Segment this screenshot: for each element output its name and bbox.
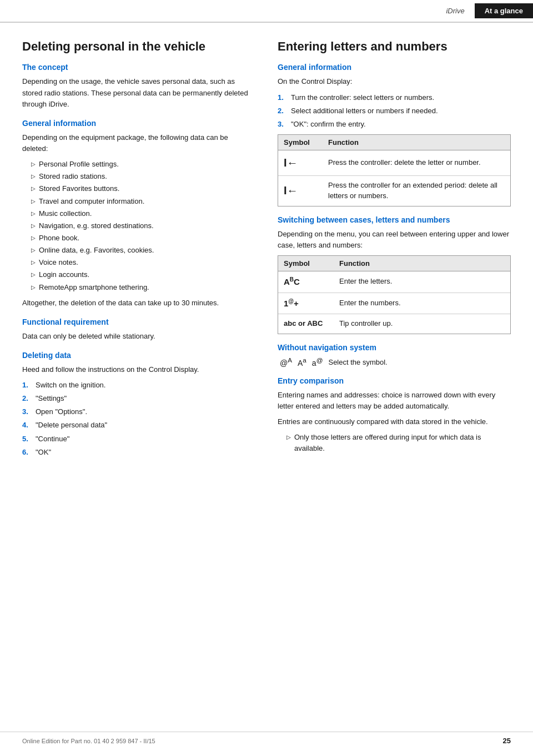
table-row: I← Press the controller for an extended … [278, 176, 510, 206]
general-info-intro-left: Depending on the equipment package, the … [22, 132, 255, 154]
table2-header: Symbol Function [278, 256, 510, 271]
general-info-heading-right: General information [278, 63, 511, 72]
table-row: 1@+ Enter the numbers. [278, 293, 510, 315]
general-info-intro-right: On the Control Display: [278, 76, 511, 87]
header-tab-at-a-glance[interactable]: At a glance [475, 3, 533, 18]
list-item: 1.Turn the controller: select letters or… [278, 92, 511, 103]
general-info-heading-left: General information [22, 119, 255, 128]
list-item: RemoteApp smartphone tethering. [31, 282, 255, 293]
function-numbers: Enter the numbers. [339, 298, 505, 309]
list-item: 4."Delete personal data" [22, 420, 255, 431]
list-item: 1.Switch on the ignition. [22, 380, 255, 391]
header-tabs: iDrive At a glance [436, 3, 533, 18]
general-info-note: Altogether, the deletion of the data can… [22, 298, 255, 309]
table2-col1-header: Symbol [284, 259, 339, 268]
deleting-data-steps: 1.Switch on the ignition.2."Settings"3.O… [22, 380, 255, 458]
right-section-title: Entering letters and numbers [278, 39, 511, 54]
general-info-list: Personal Profile settings.Stored radio s… [22, 159, 255, 293]
functional-req-text: Data can only be deleted while stationar… [22, 331, 255, 342]
list-item: Online data, e.g. Favorites, cookies. [31, 245, 255, 256]
list-item: 2."Settings" [22, 393, 255, 404]
concept-heading: The concept [22, 63, 255, 72]
list-item: 3.Open "Options". [22, 406, 255, 417]
symbol-function-table2: Symbol Function ABC Enter the letters. 1… [278, 255, 511, 334]
content-area: Deleting personal in the vehicle The con… [0, 23, 533, 496]
list-item: Phone book. [31, 233, 255, 244]
table1-header: Symbol Function [278, 135, 510, 150]
list-item: Login accounts. [31, 269, 255, 280]
list-item: Voice notes. [31, 257, 255, 268]
table2-col2-header: Function [339, 259, 505, 268]
table-row: I← Press the controller: delete the lett… [278, 150, 510, 176]
symbol-num: 1@+ [284, 298, 339, 310]
delete-function-1: Press the controller: delete the letter … [328, 158, 505, 168]
list-item: Travel and computer information. [31, 196, 255, 207]
general-info-steps: 1.Turn the controller: select letters or… [278, 92, 511, 130]
left-column: Deleting personal in the vehicle The con… [22, 39, 255, 462]
list-item: Personal Profile settings. [31, 159, 255, 170]
entry-comparison-list: Only those letters are offered during in… [278, 432, 511, 454]
left-section-title: Deleting personal in the vehicle [22, 39, 255, 54]
functional-req-heading: Functional requirement [22, 317, 255, 326]
list-item: 6."OK" [22, 447, 255, 458]
list-item: Stored radio stations. [31, 171, 255, 182]
entry-comparison-text1: Entering names and addresses: choice is … [278, 390, 511, 412]
table1-col2-header: Function [328, 138, 505, 147]
symbol-A-a: Aa [298, 356, 306, 367]
list-item: Music collection. [31, 208, 255, 219]
right-column: Entering letters and numbers General inf… [278, 39, 511, 462]
without-nav-section: Without navigation system @A Aa a@ Selec… [278, 343, 511, 367]
deleting-data-intro: Heed and follow the instructions on the … [22, 364, 255, 375]
page-number: 25 [503, 737, 511, 745]
without-nav-symbols: @A Aa a@ Select the symbol. [278, 356, 511, 367]
symbol-function-table1: Symbol Function I← Press the controller:… [278, 134, 511, 206]
delete-symbol-2: I← [284, 183, 328, 199]
page-footer: Online Edition for Part no. 01 40 2 959 … [0, 732, 533, 745]
symbol-abc-ABC: abc or ABC [284, 319, 339, 329]
list-item: 2.Select additional letters or numbers i… [278, 105, 511, 117]
function-tip: Tip controller up. [339, 319, 505, 329]
table-row: abc or ABC Tip controller up. [278, 314, 510, 334]
concept-text: Depending on the usage, the vehicle save… [22, 76, 255, 109]
list-item: 3."OK": confirm the entry. [278, 119, 511, 130]
entry-comparison-heading: Entry comparison [278, 376, 511, 385]
symbol-abc: ABC [284, 276, 339, 288]
page-header: iDrive At a glance [0, 0, 533, 23]
switching-heading: Switching between cases, letters and num… [278, 215, 511, 224]
list-item: Navigation, e.g. stored destinations. [31, 220, 255, 231]
without-nav-text: Select the symbol. [328, 358, 387, 366]
symbol-a-alpha: a@ [312, 356, 323, 367]
entry-comparison-text2: Entries are continuously compared with d… [278, 416, 511, 427]
delete-symbol-1: I← [284, 155, 328, 171]
delete-function-2: Press the controller for an extended per… [328, 180, 505, 201]
symbol-at-a: @A [280, 356, 292, 367]
header-idrive-label: iDrive [436, 3, 474, 18]
table1-col1-header: Symbol [284, 138, 328, 147]
deleting-data-heading: Deleting data [22, 351, 255, 360]
list-item: 5."Continue" [22, 434, 255, 445]
function-letters: Enter the letters. [339, 276, 505, 287]
list-item: Only those letters are offered during in… [286, 432, 511, 454]
switching-text: Depending on the menu, you can reel betw… [278, 229, 511, 251]
without-nav-heading: Without navigation system [278, 343, 511, 352]
footer-text: Online Edition for Part no. 01 40 2 959 … [22, 738, 155, 744]
list-item: Stored Favorites buttons. [31, 183, 255, 194]
table-row: ABC Enter the letters. [278, 271, 510, 293]
